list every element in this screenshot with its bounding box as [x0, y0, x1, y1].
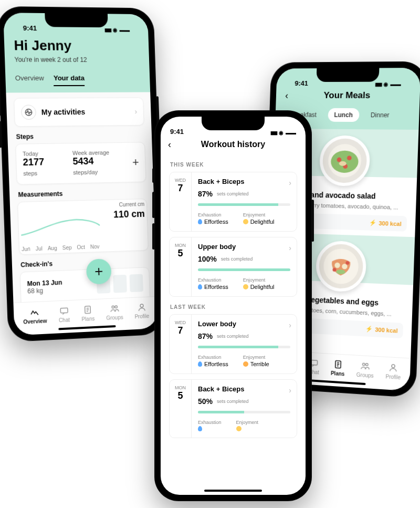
exhaustion-icon [198, 284, 202, 289]
tab-yourdata[interactable]: Your data [53, 71, 85, 86]
workout-name: Lower body [198, 320, 290, 328]
measurements-section-title: Measurements [18, 188, 145, 199]
month-label: Sep [62, 245, 72, 251]
back-button[interactable]: ‹ [285, 90, 289, 101]
steps-today-unit: steps [23, 170, 37, 177]
month-label: Jul [36, 246, 43, 252]
measurement-current-label: Current cm [119, 201, 145, 208]
workout-name: Back + Biceps [198, 385, 290, 393]
progress-bar [198, 346, 290, 348]
svg-point-24 [392, 365, 395, 368]
wifi-icon [279, 129, 284, 136]
workout-row[interactable]: WED7Back + Biceps›87%sets completedExhau… [169, 172, 297, 232]
enjoyment-value: Delightful [243, 284, 275, 290]
measurement-current-value: 110 cm [113, 209, 145, 220]
enjoyment-icon [243, 361, 248, 367]
exhaustion-value [198, 426, 222, 431]
tab-plans-nav[interactable]: Plans [331, 359, 345, 377]
wifi-icon [383, 81, 388, 87]
svg-point-3 [112, 306, 114, 308]
chevron-right-icon: › [289, 179, 291, 187]
chevron-right-icon: › [289, 321, 291, 329]
tab-overview[interactable]: Overview [15, 71, 44, 86]
chevron-right-icon: › [289, 386, 291, 395]
greeting-title: Hi Jenny [14, 37, 140, 54]
checkins-section-title: Check-in's [20, 257, 148, 269]
exhaustion-value: Effortless [198, 219, 228, 225]
workout-row[interactable]: MON5Upper body›100%sets completedExhaust… [169, 237, 297, 297]
enjoyment-icon [236, 426, 242, 431]
measurement-sparkline [20, 215, 100, 239]
progress-bar [198, 411, 290, 413]
profile-icon [388, 362, 399, 373]
enjoyment-value [236, 426, 259, 431]
status-time: 9:41 [170, 128, 184, 136]
tab-groups-nav[interactable]: Groups [106, 303, 123, 321]
back-button[interactable]: ‹ [168, 139, 171, 150]
exhaustion-icon [198, 219, 202, 224]
phone-workout-history: 9:41 ‹ Workout history THIS WEEKWED7Back… [154, 110, 312, 501]
bolt-icon [365, 325, 373, 333]
plans-icon [82, 304, 93, 315]
exhaustion-label: Exhaustion [198, 277, 228, 283]
workout-group-label: LAST WEEK [170, 304, 296, 310]
checkin-value: 68 kg [27, 286, 62, 295]
enjoyment-icon [243, 284, 248, 289]
tab-plans-nav[interactable]: Plans [81, 304, 94, 322]
workout-day: 5 [177, 390, 183, 401]
my-activities-row[interactable]: My activities › [14, 97, 144, 127]
tab-chat-nav[interactable]: Chat [58, 305, 70, 323]
workout-pct: 100% [198, 255, 217, 263]
enjoyment-label: Enjoyment [243, 212, 275, 217]
add-steps-button[interactable]: + [132, 155, 139, 169]
plans-icon [333, 359, 343, 370]
measurements-card[interactable]: Current cm 110 cm Jun Jul Aug Sep Oct No… [17, 199, 149, 255]
workout-pct: 50% [198, 397, 213, 406]
wifi-icon [113, 26, 118, 33]
sets-completed-label: sets completed [217, 191, 249, 196]
workout-row[interactable]: WED7Lower body›87%sets completedExhausti… [169, 314, 297, 374]
enjoyment-value: Delightful [243, 219, 275, 225]
signal-icon [104, 26, 111, 33]
workout-day: 7 [177, 325, 183, 336]
meal-tab-lunch[interactable]: Lunch [328, 108, 359, 122]
sets-completed-label: sets completed [217, 399, 249, 404]
progress-bar [198, 203, 290, 206]
status-time: 9:41 [295, 79, 308, 87]
steps-today-label: Today [23, 150, 60, 157]
steps-avg-label: Week average [72, 149, 120, 156]
tab-groups-nav[interactable]: Groups [356, 360, 374, 379]
month-label: Oct [77, 244, 85, 251]
workout-pct: 87% [198, 190, 213, 198]
month-label: Jun [22, 246, 30, 252]
enjoyment-label: Enjoyment [243, 355, 269, 360]
workout-dow: MON [175, 385, 186, 390]
exhaustion-icon [198, 426, 202, 431]
svg-rect-1 [60, 308, 68, 313]
overview-icon [29, 307, 40, 318]
tab-overview-nav[interactable]: Overview [23, 306, 47, 325]
battery-icon [286, 129, 296, 136]
phone-dashboard: 9:41 Hi Jenny You're in week 2 out of 12… [0, 6, 165, 343]
steps-avg-unit: steps/day [73, 169, 98, 175]
exhaustion-value: Effortless [198, 284, 228, 290]
tab-profile-nav[interactable]: Profile [385, 362, 401, 380]
activities-icon [21, 105, 36, 120]
exhaustion-icon [198, 361, 202, 367]
sets-completed-label: sets completed [221, 256, 253, 262]
meal-tab-dinner[interactable]: Dinner [364, 108, 396, 122]
groups-icon [360, 360, 371, 371]
steps-avg-value: 5434 [72, 156, 93, 167]
exhaustion-label: Exhaustion [198, 355, 228, 360]
exhaustion-label: Exhaustion [198, 420, 222, 425]
workout-row[interactable]: MON5Back + Biceps›50%sets completedExhau… [169, 379, 297, 438]
workout-group-label: THIS WEEK [170, 162, 296, 168]
tab-profile-nav[interactable]: Profile [134, 302, 150, 319]
month-label: Nov [90, 244, 100, 250]
steps-card[interactable]: Today 2177 steps Week average 5434 steps… [15, 142, 146, 184]
meal-kcal: 300 kcal [365, 325, 398, 334]
workout-dow: WED [175, 320, 186, 325]
bolt-icon [369, 219, 376, 226]
sets-completed-label: sets completed [217, 334, 249, 339]
workout-dow: WED [175, 178, 186, 183]
